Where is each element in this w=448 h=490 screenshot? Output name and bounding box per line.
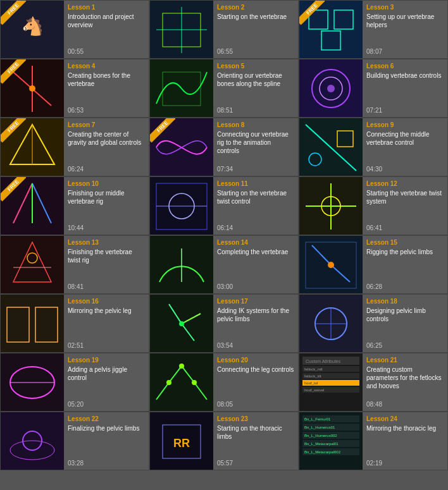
lesson-desc-12: Starting the vertebrae twist system	[366, 189, 444, 223]
lesson-cell-20[interactable]: Lesson 20Connecting the leg controls08:0…	[149, 353, 299, 412]
lesson-thumbnail-4	[1, 59, 64, 118]
svg-point-13	[29, 85, 35, 92]
lesson-thumbnail-14	[150, 236, 213, 294]
lesson-cell-17[interactable]: Lesson 17Adding IK systems for the pelvi…	[149, 294, 299, 353]
lesson-title-23: Lesson 23	[217, 415, 294, 423]
lesson-title-13: Lesson 13	[68, 239, 145, 247]
lesson-title-17: Lesson 17	[217, 298, 294, 305]
lesson-cell-23[interactable]: RRLesson 23Starting on the thoracic limb…	[149, 412, 299, 470]
lesson-title-22: Lesson 22	[68, 415, 145, 423]
lesson-desc-24: Mirroring the thoracic leg	[366, 424, 444, 458]
lesson-info-14: Lesson 14Completing the vertebrae03:00	[213, 236, 298, 293]
lesson-info-15: Lesson 15Rigging the pelvic limbs06:28	[363, 236, 447, 293]
lesson-cell-11[interactable]: Lesson 11Starting on the vertebrae twist…	[149, 176, 299, 235]
svg-text:Bn_L_Humerus01: Bn_L_Humerus01	[304, 426, 335, 429]
lesson-desc-18: Designing pelvic limb controls	[366, 307, 444, 340]
lesson-cell-16[interactable]: Lesson 16Mirroring the pelvic leg02:51	[0, 294, 149, 353]
lesson-title-7: Lesson 7	[68, 121, 145, 129]
lesson-title-11: Lesson 11	[217, 180, 294, 188]
free-badge-7	[1, 118, 26, 144]
lesson-title-2: Lesson 2	[217, 4, 294, 11]
lesson-cell-1[interactable]: 🐴Lesson 1Introduction and project overvi…	[0, 0, 149, 59]
lesson-thumbnail-10	[1, 177, 64, 235]
lesson-duration-8: 07:34	[217, 166, 294, 173]
lesson-cell-24[interactable]: Bn_L_Femur01Bn_L_Humerus01Bn_L_Humerus00…	[299, 412, 448, 470]
free-badge-1	[1, 1, 26, 26]
lesson-desc-17: Adding IK systems for the pelvic limbs	[217, 307, 294, 340]
svg-point-65	[166, 380, 171, 385]
lesson-info-24: Lesson 24Mirroring the thoracic leg02:19	[363, 412, 447, 470]
lesson-cell-18[interactable]: Lesson 18Designing pelvic limb controls0…	[299, 294, 448, 353]
lesson-title-20: Lesson 20	[217, 357, 294, 364]
svg-point-19	[327, 85, 335, 92]
lesson-info-6: Lesson 6Building vertebrae controls07:21	[363, 59, 447, 117]
lesson-cell-6[interactable]: Lesson 6Building vertebrae controls07:21	[299, 59, 448, 118]
lesson-desc-1: Introduction and project overview	[68, 13, 145, 46]
lesson-duration-5: 08:51	[217, 107, 294, 114]
lesson-cell-9[interactable]: Lesson 9Connecting the middle vertebrae …	[299, 118, 448, 176]
lesson-cell-22[interactable]: Lesson 22Finalizing the pelvic limbs03:2…	[0, 412, 149, 470]
svg-rect-40	[1, 236, 64, 294]
lesson-thumbnail-22	[1, 412, 64, 470]
lesson-thumbnail-1: 🐴	[1, 1, 64, 59]
lesson-cell-4[interactable]: Lesson 4Creating bones for the vertebrae…	[0, 59, 149, 118]
lesson-info-22: Lesson 22Finalizing the pelvic limbs03:2…	[64, 412, 149, 470]
lesson-cell-3[interactable]: Lesson 3Setting up our vertebrae helpers…	[299, 0, 448, 59]
lesson-desc-13: Finishing the vertebrae twist rig	[68, 248, 145, 281]
lesson-info-9: Lesson 9Connecting the middle vertebrae …	[363, 118, 447, 176]
lesson-desc-20: Connecting the leg controls	[217, 365, 294, 399]
lesson-duration-6: 07:21	[366, 107, 444, 114]
lesson-thumbnail-24: Bn_L_Femur01Bn_L_Humerus01Bn_L_Humerus00…	[299, 412, 363, 470]
lesson-cell-13[interactable]: Lesson 13Finishing the vertebrae twist r…	[0, 235, 149, 294]
lesson-info-10: Lesson 10Finishing our middle vertebrae …	[64, 177, 149, 235]
lesson-duration-14: 03:00	[217, 283, 294, 290]
lesson-cell-15[interactable]: Lesson 15Rigging the pelvic limbs06:28	[299, 235, 448, 294]
lesson-cell-21[interactable]: Custom Attributesfetlock_rollfetlock_til…	[299, 353, 448, 412]
lesson-thumbnail-7	[1, 118, 64, 176]
lesson-title-9: Lesson 9	[366, 121, 444, 129]
lesson-desc-19: Adding a pelvis jiggle control	[68, 365, 145, 399]
lesson-thumbnail-19	[1, 353, 64, 412]
lesson-thumbnail-11	[150, 177, 213, 235]
svg-point-47	[328, 262, 334, 268]
lesson-duration-9: 04:30	[366, 166, 444, 173]
lesson-cell-7[interactable]: Lesson 7Creating the center of gravity a…	[0, 118, 149, 176]
lesson-cell-2[interactable]: Lesson 2Starting on the vertebrae06:55	[149, 0, 299, 59]
lesson-cell-8[interactable]: Lesson 8Connecting our vertebrae rig to …	[149, 118, 299, 176]
lesson-cell-14[interactable]: Lesson 14Completing the vertebrae03:00	[149, 235, 299, 294]
lesson-thumbnail-5	[150, 59, 213, 118]
lesson-duration-2: 06:55	[217, 48, 294, 55]
svg-text:hoof_swivel: hoof_swivel	[304, 388, 324, 392]
lesson-title-14: Lesson 14	[217, 239, 294, 247]
lesson-desc-5: Orienting our vertebrae bones along the …	[217, 71, 294, 105]
svg-text:fetlock_tilt: fetlock_tilt	[304, 374, 321, 378]
lesson-desc-16: Mirroring the pelvic leg	[68, 307, 145, 340]
lesson-thumbnail-12	[299, 177, 363, 235]
lesson-duration-24: 02:19	[366, 460, 444, 467]
lesson-thumbnail-15	[299, 236, 363, 294]
lesson-duration-19: 05:20	[68, 401, 145, 408]
lesson-desc-11: Starting on the vertebrae twist control	[217, 189, 294, 223]
svg-text:Bn_L_Metacarpal002: Bn_L_Metacarpal002	[304, 450, 341, 454]
lesson-title-4: Lesson 4	[68, 63, 145, 70]
lesson-info-12: Lesson 12Starting the vertebrae twist sy…	[363, 177, 447, 235]
lesson-thumbnail-13	[1, 236, 64, 294]
svg-point-56	[179, 321, 184, 326]
lesson-cell-5[interactable]: Lesson 5Orienting our vertebrae bones al…	[149, 59, 299, 118]
lesson-title-19: Lesson 19	[68, 357, 145, 364]
lesson-thumbnail-16	[1, 295, 64, 353]
lesson-cell-19[interactable]: Lesson 19Adding a pelvis jiggle control0…	[0, 353, 149, 412]
lesson-duration-1: 00:55	[68, 48, 145, 55]
lesson-desc-15: Rigging the pelvic limbs	[366, 248, 444, 281]
lesson-title-18: Lesson 18	[366, 298, 444, 305]
lesson-cell-12[interactable]: Lesson 12Starting the vertebrae twist sy…	[299, 176, 448, 235]
lesson-thumbnail-20	[150, 353, 213, 412]
lesson-cell-10[interactable]: Lesson 10Finishing our middle vertebrae …	[0, 176, 149, 235]
lesson-desc-9: Connecting the middle vertebrae control	[366, 130, 444, 164]
lesson-duration-17: 03:54	[217, 342, 294, 349]
lesson-info-18: Lesson 18Designing pelvic limb controls0…	[363, 295, 447, 352]
lesson-thumbnail-2	[150, 1, 213, 59]
lesson-duration-15: 06:28	[366, 283, 444, 290]
lesson-duration-22: 03:28	[68, 460, 145, 467]
lesson-thumbnail-9	[299, 118, 363, 176]
